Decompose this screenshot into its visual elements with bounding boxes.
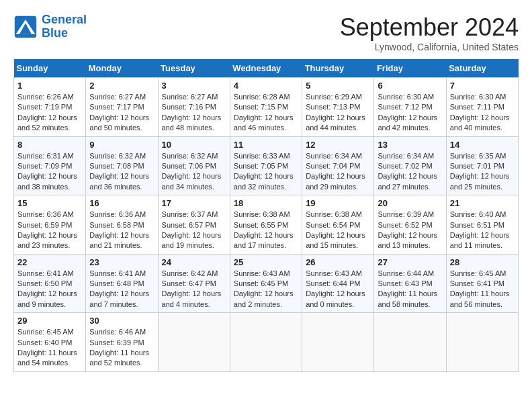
logo-text: General Blue (42, 13, 87, 40)
col-sunday: Sunday (14, 59, 86, 78)
calendar-cell: 16 Sunrise: 6:36 AM Sunset: 6:58 PM Dayl… (86, 195, 158, 255)
calendar-cell: 19 Sunrise: 6:38 AM Sunset: 6:54 PM Dayl… (302, 195, 374, 255)
calendar-cell: 14 Sunrise: 6:35 AM Sunset: 7:01 PM Dayl… (446, 136, 518, 195)
col-thursday: Thursday (302, 59, 374, 78)
cell-content: Sunrise: 6:28 AM Sunset: 7:15 PM Dayligh… (234, 92, 298, 134)
month-title: September 2024 (340, 13, 519, 42)
calendar-cell: 11 Sunrise: 6:33 AM Sunset: 7:05 PM Dayl… (230, 136, 302, 195)
day-number: 8 (17, 140, 82, 150)
calendar-cell: 2 Sunrise: 6:27 AM Sunset: 7:17 PM Dayli… (86, 78, 158, 137)
calendar-cell (374, 313, 446, 372)
calendar-cell: 21 Sunrise: 6:40 AM Sunset: 6:51 PM Dayl… (446, 195, 518, 255)
calendar-cell: 6 Sunrise: 6:30 AM Sunset: 7:12 PM Dayli… (374, 78, 446, 137)
calendar-cell: 15 Sunrise: 6:36 AM Sunset: 6:59 PM Dayl… (14, 195, 86, 255)
day-number: 25 (234, 257, 298, 267)
calendar-week-1: 1 Sunrise: 6:26 AM Sunset: 7:19 PM Dayli… (14, 78, 519, 137)
day-number: 2 (89, 81, 154, 91)
calendar-cell: 29 Sunrise: 6:45 AM Sunset: 6:40 PM Dayl… (14, 313, 86, 372)
day-number: 16 (89, 198, 154, 208)
day-number: 29 (17, 316, 82, 326)
calendar-cell (230, 313, 302, 372)
day-number: 7 (450, 81, 515, 91)
cell-content: Sunrise: 6:31 AM Sunset: 7:09 PM Dayligh… (17, 151, 82, 193)
cell-content: Sunrise: 6:41 AM Sunset: 6:50 PM Dayligh… (17, 269, 82, 310)
cell-content: Sunrise: 6:43 AM Sunset: 6:45 PM Dayligh… (234, 269, 298, 310)
cell-content: Sunrise: 6:40 AM Sunset: 6:51 PM Dayligh… (450, 210, 515, 251)
day-number: 6 (378, 81, 442, 91)
cell-content: Sunrise: 6:26 AM Sunset: 7:19 PM Dayligh… (17, 92, 82, 134)
day-number: 26 (306, 257, 370, 267)
col-wednesday: Wednesday (230, 59, 302, 78)
calendar-cell (302, 313, 374, 372)
calendar-cell: 3 Sunrise: 6:27 AM Sunset: 7:16 PM Dayli… (158, 78, 230, 137)
calendar-cell: 30 Sunrise: 6:46 AM Sunset: 6:39 PM Dayl… (86, 313, 158, 372)
cell-content: Sunrise: 6:42 AM Sunset: 6:47 PM Dayligh… (162, 269, 226, 310)
calendar-cell: 17 Sunrise: 6:37 AM Sunset: 6:57 PM Dayl… (158, 195, 230, 255)
calendar-cell: 1 Sunrise: 6:26 AM Sunset: 7:19 PM Dayli… (14, 78, 86, 137)
day-number: 18 (234, 198, 298, 208)
cell-content: Sunrise: 6:36 AM Sunset: 6:59 PM Dayligh… (17, 210, 82, 251)
day-number: 20 (378, 198, 442, 208)
cell-content: Sunrise: 6:38 AM Sunset: 6:55 PM Dayligh… (234, 210, 298, 251)
calendar-cell: 12 Sunrise: 6:34 AM Sunset: 7:04 PM Dayl… (302, 136, 374, 195)
cell-content: Sunrise: 6:33 AM Sunset: 7:05 PM Dayligh… (234, 151, 298, 193)
calendar-week-2: 8 Sunrise: 6:31 AM Sunset: 7:09 PM Dayli… (14, 136, 519, 195)
cell-content: Sunrise: 6:35 AM Sunset: 7:01 PM Dayligh… (450, 151, 515, 193)
cell-content: Sunrise: 6:34 AM Sunset: 7:04 PM Dayligh… (306, 151, 370, 193)
cell-content: Sunrise: 6:32 AM Sunset: 7:08 PM Dayligh… (89, 151, 154, 193)
header-row: Sunday Monday Tuesday Wednesday Thursday… (14, 59, 519, 78)
title-block: September 2024 Lynwood, California, Unit… (340, 13, 519, 52)
calendar-cell: 26 Sunrise: 6:43 AM Sunset: 6:44 PM Dayl… (302, 254, 374, 313)
cell-content: Sunrise: 6:37 AM Sunset: 6:57 PM Dayligh… (162, 210, 226, 251)
day-number: 13 (378, 140, 442, 150)
cell-content: Sunrise: 6:30 AM Sunset: 7:11 PM Dayligh… (450, 92, 515, 134)
col-saturday: Saturday (446, 59, 518, 78)
cell-content: Sunrise: 6:34 AM Sunset: 7:02 PM Dayligh… (378, 151, 442, 193)
calendar-cell: 27 Sunrise: 6:44 AM Sunset: 6:43 PM Dayl… (374, 254, 446, 313)
day-number: 14 (450, 140, 515, 150)
col-tuesday: Tuesday (158, 59, 230, 78)
page-header: General Blue September 2024 Lynwood, Cal… (13, 13, 519, 52)
col-monday: Monday (86, 59, 158, 78)
cell-content: Sunrise: 6:39 AM Sunset: 6:52 PM Dayligh… (378, 210, 442, 251)
calendar-cell (446, 313, 518, 372)
calendar-cell: 7 Sunrise: 6:30 AM Sunset: 7:11 PM Dayli… (446, 78, 518, 137)
calendar-cell: 25 Sunrise: 6:43 AM Sunset: 6:45 PM Dayl… (230, 254, 302, 313)
calendar-cell: 28 Sunrise: 6:45 AM Sunset: 6:41 PM Dayl… (446, 254, 518, 313)
cell-content: Sunrise: 6:41 AM Sunset: 6:48 PM Dayligh… (89, 269, 154, 310)
calendar-week-5: 29 Sunrise: 6:45 AM Sunset: 6:40 PM Dayl… (14, 313, 519, 372)
day-number: 22 (17, 257, 82, 267)
day-number: 12 (306, 140, 370, 150)
calendar-cell: 23 Sunrise: 6:41 AM Sunset: 6:48 PM Dayl… (86, 254, 158, 313)
day-number: 5 (306, 81, 370, 91)
day-number: 19 (306, 198, 370, 208)
day-number: 24 (162, 257, 226, 267)
day-number: 30 (89, 316, 154, 326)
calendar-cell: 13 Sunrise: 6:34 AM Sunset: 7:02 PM Dayl… (374, 136, 446, 195)
cell-content: Sunrise: 6:44 AM Sunset: 6:43 PM Dayligh… (378, 269, 442, 310)
logo-icon (13, 15, 38, 39)
cell-content: Sunrise: 6:27 AM Sunset: 7:16 PM Dayligh… (162, 92, 226, 134)
calendar-cell (158, 313, 230, 372)
day-number: 1 (17, 81, 82, 91)
day-number: 10 (162, 140, 226, 150)
day-number: 11 (234, 140, 298, 150)
location: Lynwood, California, United States (340, 42, 519, 52)
day-number: 3 (162, 81, 226, 91)
calendar-cell: 5 Sunrise: 6:29 AM Sunset: 7:13 PM Dayli… (302, 78, 374, 137)
day-number: 4 (234, 81, 298, 91)
calendar-week-3: 15 Sunrise: 6:36 AM Sunset: 6:59 PM Dayl… (14, 195, 519, 255)
calendar-cell: 24 Sunrise: 6:42 AM Sunset: 6:47 PM Dayl… (158, 254, 230, 313)
calendar-cell: 20 Sunrise: 6:39 AM Sunset: 6:52 PM Dayl… (374, 195, 446, 255)
day-number: 21 (450, 198, 515, 208)
calendar-week-4: 22 Sunrise: 6:41 AM Sunset: 6:50 PM Dayl… (14, 254, 519, 313)
calendar-cell: 8 Sunrise: 6:31 AM Sunset: 7:09 PM Dayli… (14, 136, 86, 195)
day-number: 28 (450, 257, 515, 267)
cell-content: Sunrise: 6:45 AM Sunset: 6:40 PM Dayligh… (17, 327, 82, 369)
cell-content: Sunrise: 6:27 AM Sunset: 7:17 PM Dayligh… (89, 92, 154, 134)
cell-content: Sunrise: 6:36 AM Sunset: 6:58 PM Dayligh… (89, 210, 154, 251)
cell-content: Sunrise: 6:38 AM Sunset: 6:54 PM Dayligh… (306, 210, 370, 251)
calendar-table: Sunday Monday Tuesday Wednesday Thursday… (13, 59, 519, 372)
day-number: 9 (89, 140, 154, 150)
cell-content: Sunrise: 6:43 AM Sunset: 6:44 PM Dayligh… (306, 269, 370, 310)
